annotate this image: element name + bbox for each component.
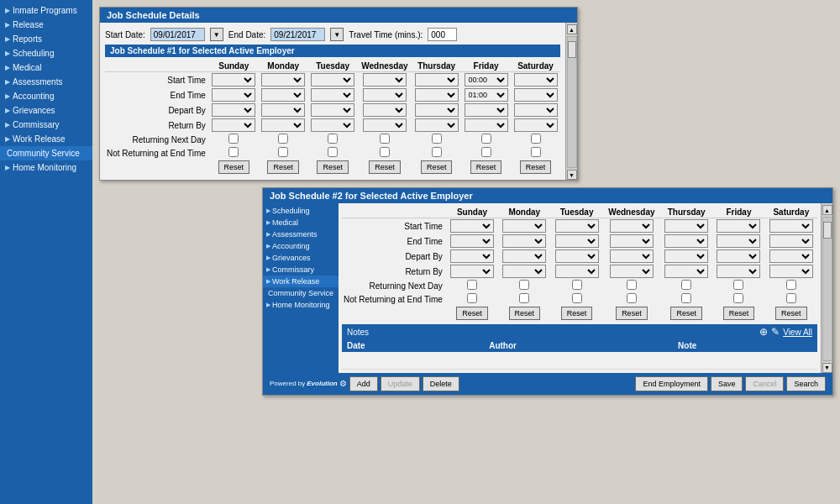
start-mon[interactable] [261, 73, 305, 87]
sidebar-item-commissary[interactable]: ▶ Commissary [0, 118, 92, 132]
lower-scroll-track[interactable] [822, 217, 832, 361]
s2-return-fri[interactable] [717, 265, 760, 278]
sidebar-item-assessments[interactable]: ▶ Assessments [0, 75, 92, 89]
s2-reset-wed-btn[interactable]: Reset [616, 307, 648, 320]
end-sun[interactable] [212, 88, 255, 102]
s2-end-fri[interactable] [717, 234, 760, 248]
sidebar-item-release[interactable]: ▶ Release [0, 18, 92, 32]
start-date-calendar-button[interactable]: ▼ [210, 28, 223, 41]
lower-scroll-up[interactable]: ▲ [822, 205, 832, 215]
nret-sat[interactable] [531, 147, 541, 157]
s2-return-wed[interactable] [610, 265, 654, 278]
s2-return-sun[interactable] [450, 265, 494, 278]
sidebar-item-accounting[interactable]: ▶ Accounting [0, 89, 92, 103]
start-sat[interactable] [514, 73, 558, 87]
depart-sun[interactable] [212, 103, 255, 117]
s2-reset-sat-btn[interactable]: Reset [775, 307, 807, 320]
start-wed[interactable] [363, 73, 407, 87]
s2-rnd-mon[interactable] [519, 280, 529, 290]
end-fri[interactable]: 01:00 [465, 88, 508, 102]
s2-reset-mon-btn[interactable]: Reset [509, 307, 541, 320]
start-fri[interactable]: 00:00 [465, 73, 508, 87]
s2-return-sat[interactable] [769, 265, 813, 278]
depart-sat[interactable] [514, 103, 558, 117]
view-all-link[interactable]: View All [783, 328, 812, 337]
scroll-down-arrow[interactable]: ▼ [567, 170, 577, 180]
s2-nret-wed[interactable] [627, 293, 637, 303]
travel-input[interactable] [428, 28, 457, 41]
reset-tue-btn[interactable]: Reset [317, 160, 349, 174]
s2-depart-wed[interactable] [610, 249, 654, 263]
start-thu[interactable] [415, 73, 459, 87]
delete-button[interactable]: Delete [423, 376, 459, 391]
return-mon[interactable] [261, 118, 305, 132]
s2-start-thu[interactable] [664, 219, 708, 233]
notes-add-icon[interactable]: ⊕ [759, 326, 768, 338]
end-sat[interactable] [514, 88, 558, 102]
sidebar-item-grievances[interactable]: ▶ Grievances [0, 103, 92, 118]
nret-wed[interactable] [380, 147, 390, 157]
s2-rnd-sat[interactable] [786, 280, 796, 290]
sidebar-item-reports[interactable]: ▶ Reports [0, 32, 92, 46]
reset-sun-btn[interactable]: Reset [218, 160, 250, 174]
depart-thu[interactable] [415, 103, 459, 117]
s2-depart-sat[interactable] [769, 249, 813, 263]
lower-scrollbar[interactable]: ▲ ▼ [821, 203, 832, 373]
s2-rnd-thu[interactable] [681, 280, 691, 290]
s2-rnd-fri[interactable] [733, 280, 743, 290]
rnd-tue[interactable] [328, 134, 338, 144]
s2-nret-sat[interactable] [786, 293, 796, 303]
rnd-thu[interactable] [432, 134, 442, 144]
s2-return-tue[interactable] [555, 265, 599, 278]
end-date-calendar-button[interactable]: ▼ [330, 28, 344, 41]
s2-start-mon[interactable] [502, 219, 546, 233]
s2-nret-fri[interactable] [733, 293, 743, 303]
depart-tue[interactable] [311, 103, 354, 117]
s2-start-wed[interactable] [610, 219, 654, 233]
return-wed[interactable] [363, 118, 407, 132]
lower-sidebar-commissary[interactable]: ▶ Commissary [263, 264, 339, 276]
reset-fri-btn[interactable]: Reset [470, 160, 502, 174]
lower-sidebar-accounting[interactable]: ▶ Accounting [263, 240, 339, 252]
sidebar-item-scheduling[interactable]: ▶ Scheduling [0, 46, 92, 60]
nret-sun[interactable] [228, 147, 239, 157]
rnd-sat[interactable] [531, 134, 541, 144]
end-date-input[interactable] [270, 28, 325, 41]
s2-reset-sun-btn[interactable]: Reset [456, 307, 488, 320]
s2-nret-sun[interactable] [467, 293, 477, 303]
s2-end-sun[interactable] [450, 234, 494, 248]
nret-thu[interactable] [432, 147, 442, 157]
rnd-fri[interactable] [481, 134, 491, 144]
nret-mon[interactable] [278, 147, 288, 157]
s2-rnd-tue[interactable] [572, 280, 582, 290]
start-date-input[interactable] [150, 28, 205, 41]
s2-depart-sun[interactable] [450, 249, 494, 263]
s2-nret-mon[interactable] [519, 293, 529, 303]
lower-sidebar-grievances[interactable]: ▶ Grievances [263, 252, 339, 264]
end-employment-button[interactable]: End Employment [635, 376, 708, 391]
rnd-mon[interactable] [278, 134, 288, 144]
end-thu[interactable] [415, 88, 459, 102]
s2-end-sat[interactable] [769, 234, 813, 248]
return-thu[interactable] [415, 118, 459, 132]
s2-return-thu[interactable] [664, 265, 708, 278]
scroll-track[interactable] [567, 36, 577, 168]
lower-sidebar-medical[interactable]: ▶ Medical [263, 217, 339, 228]
add-button[interactable]: Add [349, 376, 378, 391]
s2-depart-fri[interactable] [717, 249, 760, 263]
lower-scroll-down[interactable]: ▼ [822, 363, 832, 373]
s2-reset-thu-btn[interactable]: Reset [670, 307, 702, 320]
nret-fri[interactable] [481, 147, 491, 157]
s2-rnd-wed[interactable] [627, 280, 637, 290]
start-tue[interactable] [311, 73, 354, 87]
lower-sidebar-home-monitoring[interactable]: ▶ Home Monitoring [263, 299, 339, 311]
s2-return-mon[interactable] [502, 265, 546, 278]
search-button[interactable]: Search [786, 376, 826, 391]
lower-sidebar-work-release[interactable]: ▶ Work Release [263, 276, 339, 287]
depart-fri[interactable] [465, 103, 508, 117]
update-button[interactable]: Update [381, 376, 420, 391]
save-button[interactable]: Save [711, 376, 743, 391]
upper-scrollbar[interactable]: ▲ ▼ [565, 23, 577, 180]
s2-rnd-sun[interactable] [467, 280, 477, 290]
lower-scroll-thumb[interactable] [823, 222, 832, 239]
